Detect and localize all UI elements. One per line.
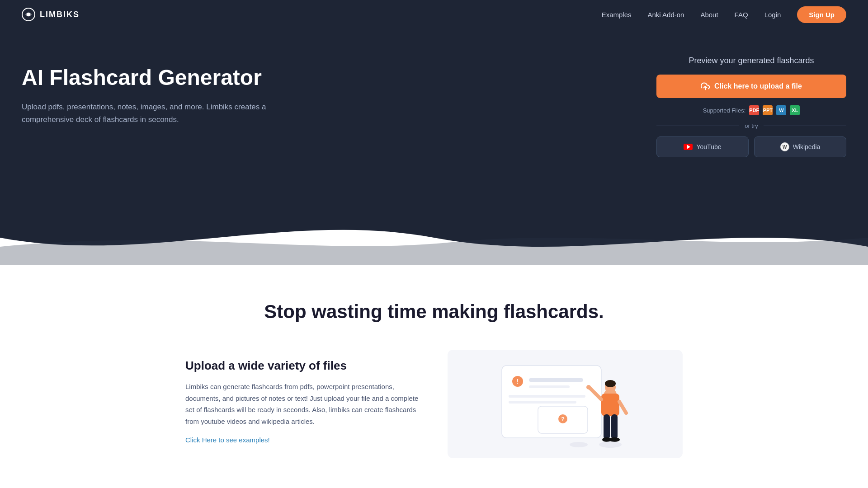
svg-point-18 [586, 385, 591, 389]
svg-rect-16 [601, 394, 619, 416]
xlsx-icon: XL [790, 105, 800, 115]
svg-rect-8 [509, 395, 585, 398]
feature1-title: Upload a wide variety of files [185, 359, 420, 373]
divider-right [764, 126, 846, 126]
svg-point-24 [570, 442, 588, 447]
preview-title: Preview your generated flashcards [656, 56, 846, 66]
feature1-description: Limbiks can generate flashcards from pdf… [185, 381, 420, 427]
hero-subtitle: Upload pdfs, presentations, notes, image… [22, 101, 275, 126]
supported-files-label: Supported Files: [703, 107, 746, 114]
wave-divider [0, 211, 868, 265]
svg-rect-7 [529, 385, 570, 388]
section2: Stop wasting time making flashcards. Upl… [0, 265, 868, 485]
youtube-icon [684, 144, 693, 150]
logo-icon [22, 8, 35, 21]
nav-examples[interactable]: Examples [602, 11, 632, 19]
supported-files-row: Supported Files: PDF PPT W XL [656, 105, 846, 115]
feature1-link[interactable]: Click Here to see examples! [185, 436, 270, 444]
wikipedia-icon: W [780, 142, 789, 151]
logo-text: LIMBIKS [40, 10, 80, 19]
logo[interactable]: LIMBIKS [22, 8, 80, 21]
svg-point-1 [27, 13, 30, 16]
wikipedia-label: Wikipedia [793, 143, 821, 150]
signup-button[interactable]: Sign Up [797, 6, 846, 23]
youtube-play-triangle [687, 145, 690, 149]
feature1-text: Upload a wide variety of files Limbiks c… [185, 350, 420, 444]
nav-faq[interactable]: FAQ [735, 11, 748, 19]
nav-login[interactable]: Login [764, 11, 781, 19]
upload-icon [701, 82, 710, 91]
feature-row-1: Upload a wide variety of files Limbiks c… [185, 350, 683, 458]
svg-rect-20 [604, 414, 610, 439]
svg-point-23 [609, 437, 620, 442]
upload-button-label: Click here to upload a file [714, 82, 802, 90]
svg-rect-21 [611, 414, 618, 439]
svg-text:?: ? [561, 416, 565, 422]
pdf-icon: PDF [749, 105, 759, 115]
svg-rect-9 [509, 401, 576, 404]
svg-point-15 [605, 380, 616, 387]
upload-button[interactable]: Click here to upload a file [656, 75, 846, 98]
hero-title: AI Flashcard Generator [22, 65, 275, 90]
wikipedia-button[interactable]: W Wikipedia [754, 136, 846, 157]
nav-links: Examples Anki Add-on About FAQ Login Sig… [602, 6, 846, 23]
ppt-icon: PPT [763, 105, 773, 115]
svg-rect-6 [529, 378, 583, 382]
wave-svg [0, 211, 868, 265]
hero-section: AI Flashcard Generator Upload pdfs, pres… [0, 29, 868, 211]
nav-anki-addon[interactable]: Anki Add-on [648, 11, 684, 19]
feature1-image: ! ? [448, 350, 683, 458]
navbar: LIMBIKS Examples Anki Add-on About FAQ L… [0, 0, 868, 29]
svg-text:!: ! [517, 378, 519, 385]
section2-heading: Stop wasting time making flashcards. [22, 301, 846, 323]
hero-left: AI Flashcard Generator Upload pdfs, pres… [22, 56, 275, 126]
feature1-illustration: ! ? [488, 352, 642, 456]
divider-left [656, 126, 739, 126]
divider-text: or try [745, 122, 758, 129]
divider-row: or try [656, 122, 846, 129]
nav-about[interactable]: About [700, 11, 718, 19]
youtube-button[interactable]: YouTube [656, 136, 749, 157]
hero-right: Preview your generated flashcards Click … [656, 56, 846, 157]
youtube-label: YouTube [696, 143, 721, 150]
svg-line-19 [619, 402, 626, 413]
alt-buttons-row: YouTube W Wikipedia [656, 136, 846, 157]
word-icon: W [776, 105, 786, 115]
svg-point-25 [599, 441, 622, 448]
